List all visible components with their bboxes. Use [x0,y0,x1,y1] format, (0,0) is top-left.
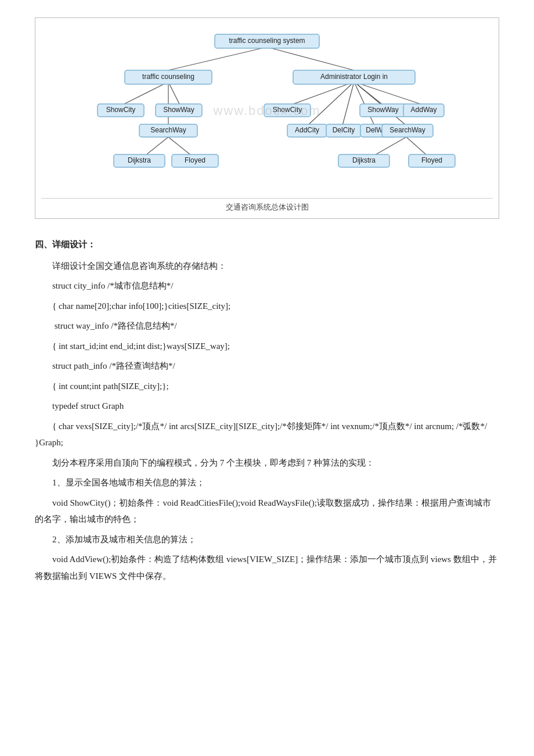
svg-line-9 [354,82,424,105]
diagram-caption: 交通咨询系统总体设计图 [41,198,493,213]
para-struct-way-body: { int start_id;int end_id;int dist;}ways… [52,338,499,355]
svg-line-2 [122,82,168,105]
para-struct-path: struct path_info /*路径查询结构*/ [52,358,499,375]
section-title: 四、详细设计： [35,236,499,253]
svg-line-0 [168,47,267,70]
node-floyed-left: Floyed [185,156,205,164]
node-showway-right: ShowWay [367,106,399,114]
para-struct-way: struct way_info /*路径信息结构*/ [52,318,499,334]
para-item2-title: 2、添加城市及城市相关信息的算法； [35,531,499,548]
para-typedef: typedef struct Graph [52,398,499,415]
svg-line-10 [308,82,354,125]
para-item2-body: void AddView();初始条件：构造了结构体数组 views[VIEW_… [35,551,499,584]
node-addcity: AddCity [295,126,319,134]
tree-diagram: traffic counseling system traffic counse… [58,30,476,192]
para-0: 详细设计全国交通信息咨询系统的存储结构： [35,258,499,275]
node-root: traffic counseling system [229,37,305,45]
node-showcity-right: ShowCity [273,106,302,114]
para-typedef-body: { char vexs[SIZE_city];/*顶点*/ int arcs[S… [35,418,499,451]
para-modules: 划分本程序采用自顶向下的编程模式，分为 7 个主模块，即考虑到 7 种算法的实现… [35,455,499,471]
svg-line-3 [168,82,180,105]
content-section: 四、详细设计： 详细设计全国交通信息咨询系统的存储结构： struct city… [35,236,499,584]
node-floyed-right: Floyed [421,156,442,164]
para-struct-city-body: { char name[20];char info[100];}cities[S… [52,298,499,315]
node-dijkstra-right: Dijkstra [352,156,376,164]
node-dijkstra-left: Dijkstra [128,156,151,164]
node-searchway-right: SearchWay [389,126,425,134]
svg-line-11 [342,82,354,125]
para-struct-city: struct city_info /*城市信息结构*/ [52,278,499,294]
node-searchway-left: SearchWay [150,126,186,134]
svg-line-7 [290,82,354,105]
node-delcity: DelCity [333,126,355,134]
para-struct-path-body: { int count;int path[SIZE_city];}; [52,378,499,395]
page: traffic counseling system traffic counse… [0,0,534,611]
diagram-container: traffic counseling system traffic counse… [35,17,499,219]
node-admin-login: Administrator Login in [320,73,388,81]
para-item1-body: void ShowCity()；初始条件：void ReadCitiesFile… [35,495,499,528]
svg-line-1 [267,47,354,70]
node-showcity-left: ShowCity [106,106,136,114]
node-traffic-counseling: traffic counseling [142,73,194,81]
node-showway-left: ShowWay [163,106,194,114]
para-item1-title: 1、显示全国各地城市相关信息的算法； [35,474,499,491]
node-addway-right: AddWay [411,106,437,114]
